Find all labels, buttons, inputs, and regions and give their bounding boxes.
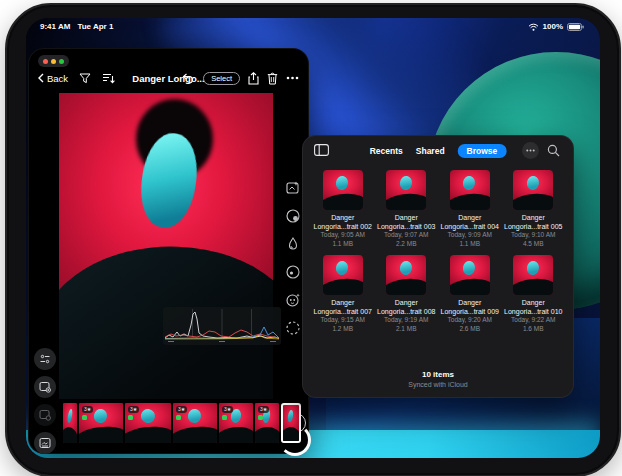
thumbnails-button[interactable] <box>34 432 56 454</box>
select-button[interactable]: Select <box>203 72 240 85</box>
file-size: 1.1 MB <box>459 240 480 249</box>
items-count: 10 items <box>303 370 573 379</box>
file-grid: Danger Longoria...trait 002 Today, 9:05 … <box>311 170 565 333</box>
photo-editor-window: Back Danger Longo... Select <box>28 48 309 454</box>
filmstrip-thumb[interactable]: 3★ <box>173 403 217 443</box>
file-item[interactable]: Danger Longoria...trait 009 Today, 9:20 … <box>438 255 502 334</box>
editor-toolbar: Back Danger Longo... Select <box>29 67 308 89</box>
green-tag <box>222 415 227 420</box>
filmstrip-thumb[interactable]: 3★ <box>79 403 123 443</box>
undo-icon[interactable] <box>182 73 195 84</box>
file-name: Danger Longoria...trait 010 <box>502 298 564 316</box>
close-window-icon[interactable] <box>43 59 48 64</box>
file-name: Danger Longoria...trait 007 <box>312 298 374 316</box>
photo-canvas[interactable] <box>59 93 273 399</box>
window-resize-handle[interactable] <box>279 424 311 456</box>
file-thumbnail <box>323 255 363 295</box>
compare-button[interactable] <box>34 404 56 426</box>
clone-icon <box>285 208 301 224</box>
trash-icon[interactable] <box>267 72 278 85</box>
search-icon <box>547 144 560 157</box>
histogram-panel <box>163 307 281 345</box>
more-options-button[interactable] <box>522 142 539 159</box>
file-item[interactable]: Danger Longoria...trait 005 Today, 9:10 … <box>502 170 566 249</box>
tab-browse[interactable]: Browse <box>458 144 507 158</box>
histogram-chart <box>163 307 281 345</box>
file-item[interactable]: Danger Longoria...trait 010 Today, 9:22 … <box>502 255 566 334</box>
rating-badge: 3★ <box>176 406 187 413</box>
repair-button[interactable] <box>282 233 304 255</box>
status-bar: 9:41 AM Tue Apr 1 100% <box>26 21 600 33</box>
file-date: Today, 9:22 AM <box>511 316 555 325</box>
file-name: Danger Longoria...trait 005 <box>502 213 564 231</box>
file-size: 2.1 MB <box>396 325 417 334</box>
minimize-window-icon[interactable] <box>51 59 56 64</box>
zoom-window-icon[interactable] <box>59 59 64 64</box>
file-size: 1.2 MB <box>332 325 353 334</box>
file-thumbnail <box>323 170 363 210</box>
tab-shared[interactable]: Shared <box>416 146 445 156</box>
file-thumbnail <box>450 255 490 295</box>
file-item[interactable]: Danger Longoria...trait 003 Today, 9:07 … <box>375 170 439 249</box>
search-button[interactable] <box>545 142 562 159</box>
green-tag <box>128 415 133 420</box>
clone-button[interactable] <box>282 205 304 227</box>
file-name: Danger Longoria...trait 004 <box>439 213 501 231</box>
more-icon[interactable] <box>286 76 299 80</box>
filmstrip[interactable]: 3★ 3★ 3★ 3★ 3★ <box>63 403 301 443</box>
file-name: Danger Longoria...trait 008 <box>375 298 437 316</box>
rating-badge: 3★ <box>128 406 139 413</box>
export-button[interactable] <box>34 376 56 398</box>
ipad-device-frame: 9:41 AM Tue Apr 1 100% <box>5 3 621 476</box>
file-item[interactable]: Danger Longoria...trait 007 Today, 9:15 … <box>311 255 375 334</box>
sync-status: Synced with iCloud <box>303 381 573 388</box>
file-size: 1.1 MB <box>332 240 353 249</box>
status-time: 9:41 AM <box>40 22 70 31</box>
thumbnails-icon <box>39 437 51 449</box>
file-thumbnail <box>450 170 490 210</box>
ipad-screen: 9:41 AM Tue Apr 1 100% <box>26 18 600 458</box>
file-item[interactable]: Danger Longoria...trait 004 Today, 9:09 … <box>438 170 502 249</box>
selective-adjust-button[interactable] <box>282 261 304 283</box>
wifi-icon <box>528 23 539 31</box>
filmstrip-thumb[interactable]: 3★ <box>219 403 253 443</box>
fine-tune-button[interactable] <box>34 348 56 370</box>
auto-enhance-button[interactable] <box>282 177 304 199</box>
sort-icon[interactable] <box>102 73 115 84</box>
repair-icon <box>285 236 301 252</box>
file-item[interactable]: Danger Longoria...trait 002 Today, 9:05 … <box>311 170 375 249</box>
browser-header: Recents Shared Browse <box>303 136 573 166</box>
file-thumbnail <box>513 255 553 295</box>
filmstrip-thumb[interactable] <box>63 403 77 443</box>
share-icon[interactable] <box>248 72 259 85</box>
file-date: Today, 9:05 AM <box>321 231 365 240</box>
filmstrip-thumb[interactable]: 3★ <box>125 403 171 443</box>
retouch-button[interactable] <box>282 289 304 311</box>
file-name: Danger Longoria...trait 003 <box>375 213 437 231</box>
rating-badge: 3★ <box>82 406 93 413</box>
file-date: Today, 9:10 AM <box>511 231 555 240</box>
auto-enhance-icon <box>285 180 301 196</box>
file-date: Today, 9:09 AM <box>448 231 492 240</box>
file-item[interactable]: Danger Longoria...trait 008 Today, 9:19 … <box>375 255 439 334</box>
back-label: Back <box>47 73 68 84</box>
tab-recents[interactable]: Recents <box>370 146 403 156</box>
filter-icon[interactable] <box>79 73 91 84</box>
battery-icon <box>567 23 584 31</box>
file-size: 4.5 MB <box>523 240 544 249</box>
rating-badge: 3★ <box>258 406 269 413</box>
green-tag <box>82 415 87 420</box>
select-subject-button[interactable] <box>282 317 304 339</box>
browser-tabs: Recents Shared Browse <box>370 144 507 158</box>
green-tag <box>176 415 181 420</box>
filmstrip-thumb[interactable]: 3★ <box>255 403 279 443</box>
file-browser-window: Recents Shared Browse <box>302 135 574 398</box>
back-button[interactable]: Back <box>38 73 68 84</box>
window-controls[interactable] <box>38 55 69 67</box>
file-date: Today, 9:19 AM <box>384 316 428 325</box>
file-date: Today, 9:20 AM <box>448 316 492 325</box>
file-date: Today, 9:07 AM <box>384 231 428 240</box>
fine-tune-icon <box>39 353 51 365</box>
compare-icon <box>39 409 51 421</box>
sidebar-toggle-icon[interactable] <box>314 144 329 156</box>
